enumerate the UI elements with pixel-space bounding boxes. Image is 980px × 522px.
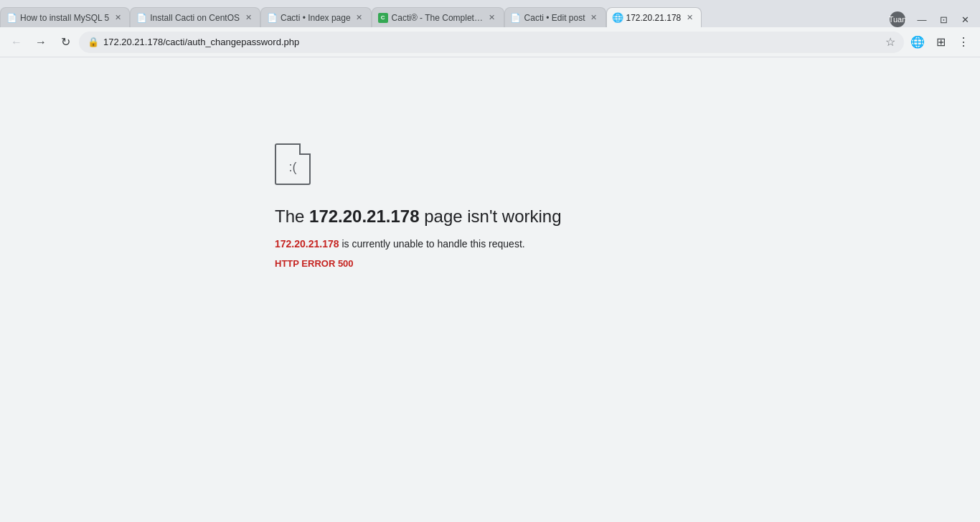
error-icon: :( xyxy=(275,143,311,185)
tab-1-favicon: 📄 xyxy=(6,13,17,23)
back-button[interactable]: ← xyxy=(6,32,27,53)
error-title-ip: 172.20.21.178 xyxy=(309,207,419,226)
tab-6[interactable]: 🌐 172.20.21.178 ✕ xyxy=(606,7,702,27)
error-title-suffix: page isn't working xyxy=(420,207,562,226)
tab-6-title: 172.20.21.178 xyxy=(626,13,682,23)
user-avatar: Tuan xyxy=(890,11,905,27)
tab-4-favicon: C xyxy=(378,13,388,23)
url-text: 172.20.21.178/cacti/auth_changepassword.… xyxy=(103,37,881,47)
close-button[interactable]: ✕ xyxy=(956,13,974,26)
tab-2-close[interactable]: ✕ xyxy=(242,12,254,24)
tab-5-close[interactable]: ✕ xyxy=(588,12,600,24)
error-subtitle: 172.20.21.178 is currently unable to han… xyxy=(275,238,525,250)
sad-page-illustration: :( xyxy=(275,143,311,185)
tab-6-favicon: 🌐 xyxy=(613,13,623,23)
tab-5-favicon: 📄 xyxy=(511,13,521,23)
window-controls: Tuan — ⊡ ✕ xyxy=(884,11,980,27)
error-container: :( The 172.20.21.178 page isn't working … xyxy=(275,143,705,269)
extensions-button[interactable]: ⊞ xyxy=(930,32,951,53)
maximize-button[interactable]: ⊡ xyxy=(934,13,953,26)
tab-1-close[interactable]: ✕ xyxy=(112,12,123,24)
refresh-button[interactable]: ↻ xyxy=(55,32,76,53)
tab-2-title: Install Cacti on CentOS xyxy=(150,13,240,23)
tab-4[interactable]: C Cacti® - The Complete... ✕ xyxy=(372,7,504,27)
tab-3-favicon: 📄 xyxy=(267,13,277,23)
forward-button[interactable]: → xyxy=(30,32,52,53)
tab-2-favicon: 📄 xyxy=(136,13,146,23)
error-title: The 172.20.21.178 page isn't working xyxy=(275,207,562,227)
bookmark-icon[interactable]: ☆ xyxy=(885,35,895,49)
page-content: :( The 172.20.21.178 page isn't working … xyxy=(0,57,980,522)
tab-1-title: How to install MySQL 5 xyxy=(20,13,109,23)
tab-bar: 📄 How to install MySQL 5 ✕ 📄 Install Cac… xyxy=(0,0,980,27)
menu-button[interactable]: ⋮ xyxy=(953,32,974,53)
tab-5[interactable]: 📄 Cacti • Edit post ✕ xyxy=(504,7,606,27)
tab-3-title: Cacti • Index page xyxy=(281,13,351,23)
sad-face-icon: :( xyxy=(289,160,297,175)
minimize-button[interactable]: — xyxy=(913,13,931,26)
error-code: HTTP ERROR 500 xyxy=(275,258,354,269)
tab-5-title: Cacti • Edit post xyxy=(524,13,585,23)
tab-3-close[interactable]: ✕ xyxy=(354,12,365,24)
tab-1[interactable]: 📄 How to install MySQL 5 ✕ xyxy=(0,7,130,27)
tab-4-close[interactable]: ✕ xyxy=(486,12,498,24)
lock-icon: 🔒 xyxy=(88,37,99,47)
error-subtitle-text: is currently unable to handle this reque… xyxy=(339,238,525,250)
toolbar-right: 🌐 ⊞ ⋮ xyxy=(907,32,974,53)
tab-6-close[interactable]: ✕ xyxy=(684,12,695,24)
toolbar: ← → ↻ 🔒 172.20.21.178/cacti/auth_changep… xyxy=(0,27,980,57)
error-title-prefix: The xyxy=(275,207,309,226)
tab-3[interactable]: 📄 Cacti • Index page ✕ xyxy=(260,7,372,27)
error-subtitle-ip: 172.20.21.178 xyxy=(275,238,339,250)
address-bar[interactable]: 🔒 172.20.21.178/cacti/auth_changepasswor… xyxy=(79,32,904,53)
globe-icon: 🌐 xyxy=(907,32,928,53)
tab-2[interactable]: 📄 Install Cacti on CentOS ✕ xyxy=(130,7,260,27)
tab-4-title: Cacti® - The Complete... xyxy=(392,13,484,23)
